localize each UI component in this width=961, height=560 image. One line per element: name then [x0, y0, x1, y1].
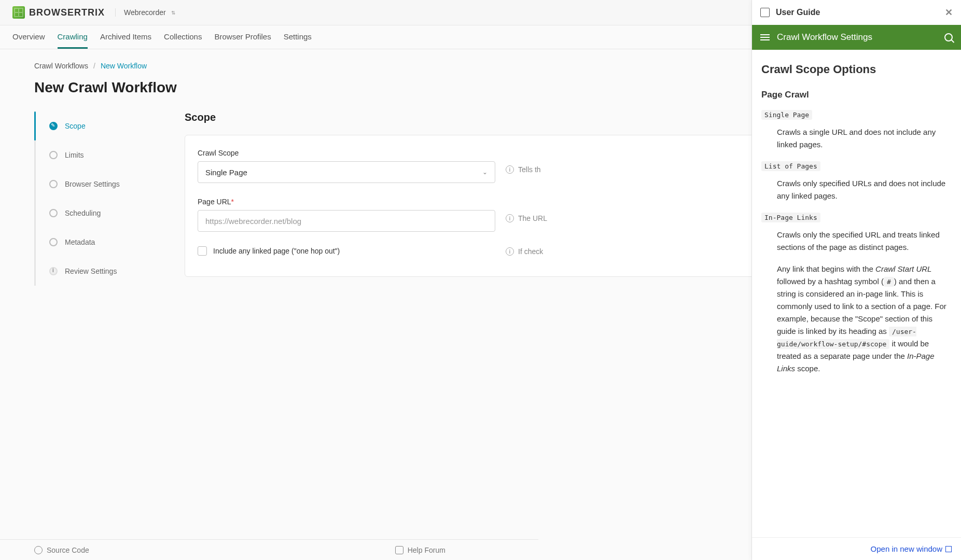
- step-label: Limits: [65, 151, 84, 159]
- info-icon: i: [506, 247, 514, 256]
- page-url-field: Page URL* i The URL: [198, 198, 742, 232]
- page-url-label: Page URL*: [198, 198, 495, 206]
- circle-icon: [49, 151, 58, 159]
- include-linked-checkbox[interactable]: [198, 246, 207, 256]
- search-icon[interactable]: [944, 33, 953, 41]
- help-h1: Crawl Scope Options: [761, 60, 952, 78]
- info-icon: i: [506, 165, 514, 174]
- help-footer: Open in new window: [752, 537, 961, 560]
- logo-mark-icon: [12, 6, 25, 19]
- help-panel-header: User Guide ✕: [752, 0, 961, 25]
- step-limits[interactable]: Limits: [36, 141, 185, 170]
- crawl-scope-field: Crawl Scope Single Page ⌄ i Tells th: [198, 149, 742, 183]
- external-link-icon: [945, 546, 952, 552]
- close-icon[interactable]: ✕: [945, 7, 953, 18]
- step-browser-settings[interactable]: Browser Settings: [36, 170, 185, 199]
- crawl-scope-select[interactable]: Single Page ⌄: [198, 161, 495, 183]
- step-metadata[interactable]: Metadata: [36, 228, 185, 257]
- step-label: Review Settings: [65, 267, 117, 275]
- help-forum-link[interactable]: Help Forum: [395, 546, 445, 554]
- step-nav: Scope Limits Browser Settings Scheduling…: [34, 111, 185, 286]
- circle-icon: [49, 238, 58, 246]
- help-paragraph: Any link that begins with the Crawl Star…: [777, 263, 952, 375]
- desc-single-page: Crawls a single URL and does not include…: [777, 126, 952, 151]
- chat-icon: [395, 546, 403, 554]
- linked-help: i If check: [506, 246, 543, 256]
- desc-in-page-links: Crawls only the specified URL and treats…: [777, 229, 952, 254]
- linked-label: Include any linked page ("one hop out"): [213, 247, 340, 255]
- form-area: Scope Crawl Scope Single Page ⌄ i Tells …: [185, 111, 755, 286]
- circle-icon: [49, 209, 58, 217]
- org-name: Webrecorder: [124, 8, 166, 17]
- desc-list-of-pages: Crawls only specified URLs and does not …: [777, 177, 952, 202]
- chevron-down-icon: ⌄: [482, 169, 488, 176]
- page-url-help: i The URL: [506, 198, 547, 222]
- brand-text: BROWSERTRIX: [29, 7, 105, 18]
- nav-tab-crawling[interactable]: Crawling: [58, 25, 88, 49]
- scope-card: Crawl Scope Single Page ⌄ i Tells th: [185, 135, 755, 277]
- chevron-updown-icon: ⇅: [171, 10, 175, 16]
- open-new-window-link[interactable]: Open in new window: [871, 544, 952, 553]
- step-label: Metadata: [65, 238, 95, 246]
- code-in-page-links: In-Page Links: [761, 213, 820, 222]
- footer-source-label: Source Code: [47, 546, 89, 554]
- help-doc-title: Crawl Workflow Settings: [777, 32, 872, 43]
- info-icon: [49, 267, 58, 275]
- help-text: If check: [518, 247, 543, 256]
- step-scope[interactable]: Scope: [36, 111, 185, 141]
- step-review[interactable]: Review Settings: [36, 257, 185, 286]
- breadcrumb-sep: /: [93, 62, 95, 70]
- page-url-input[interactable]: [198, 210, 495, 232]
- hamburger-icon[interactable]: [760, 34, 770, 40]
- step-label: Browser Settings: [65, 180, 120, 188]
- help-h2: Page Crawl: [761, 88, 952, 102]
- step-label: Scope: [65, 122, 86, 130]
- brand-logo[interactable]: BROWSERTRIX: [12, 6, 105, 19]
- help-panel: User Guide ✕ Crawl Workflow Settings Cra…: [751, 0, 961, 560]
- source-code-link[interactable]: Source Code: [34, 546, 89, 554]
- org-switcher[interactable]: Webrecorder ⇅: [115, 8, 175, 17]
- nav-tab-collections[interactable]: Collections: [164, 25, 202, 49]
- breadcrumb-current: New Workflow: [101, 62, 147, 70]
- help-panel-title: User Guide: [776, 8, 820, 17]
- help-text: The URL: [518, 214, 547, 222]
- footer: Source Code Help Forum: [0, 539, 538, 560]
- breadcrumb-parent[interactable]: Crawl Workflows: [34, 62, 88, 70]
- crawl-scope-label: Crawl Scope: [198, 149, 495, 157]
- pencil-icon: [49, 122, 58, 130]
- nav-tab-archived-items[interactable]: Archived Items: [100, 25, 151, 49]
- step-scheduling[interactable]: Scheduling: [36, 199, 185, 228]
- github-icon: [34, 546, 43, 554]
- footer-forum-label: Help Forum: [408, 546, 445, 554]
- select-value: Single Page: [205, 168, 247, 177]
- circle-icon: [49, 180, 58, 188]
- help-text: Tells th: [518, 165, 541, 174]
- crawl-scope-help: i Tells th: [506, 149, 541, 174]
- section-heading: Scope: [185, 111, 755, 123]
- code-single-page: Single Page: [761, 110, 812, 120]
- help-panel-subheader: Crawl Workflow Settings: [752, 25, 961, 50]
- book-icon: [760, 8, 770, 17]
- nav-tab-browser-profiles[interactable]: Browser Profiles: [214, 25, 271, 49]
- nav-tab-overview[interactable]: Overview: [12, 25, 45, 49]
- code-list-of-pages: List of Pages: [761, 161, 820, 171]
- info-icon: i: [506, 214, 514, 222]
- help-body[interactable]: Crawl Scope Options Page Crawl Single Pa…: [752, 50, 961, 537]
- nav-tab-settings[interactable]: Settings: [284, 25, 312, 49]
- linked-field: Include any linked page ("one hop out") …: [198, 246, 742, 256]
- step-label: Scheduling: [65, 209, 101, 217]
